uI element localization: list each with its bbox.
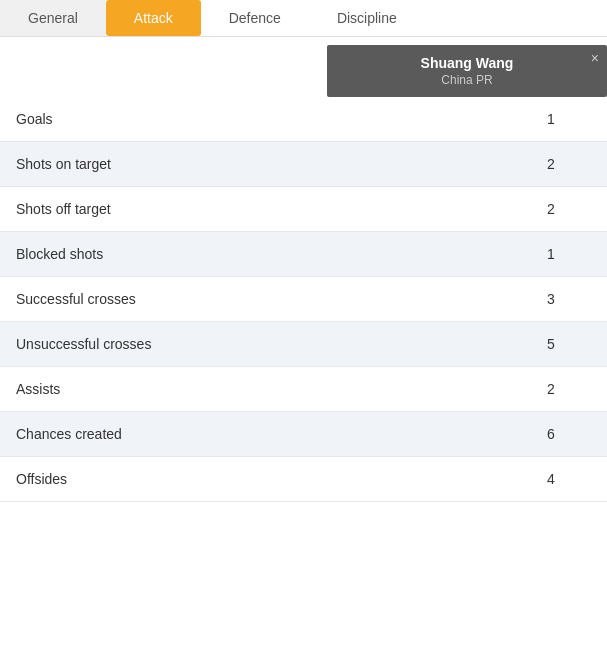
tab-attack[interactable]: Attack xyxy=(106,0,201,36)
stats-container: Goals1Shots on target2Shots off target2B… xyxy=(0,97,607,502)
tabs-bar: General Attack Defence Discipline xyxy=(0,0,607,37)
stat-value: 6 xyxy=(511,426,591,442)
table-row: Assists2 xyxy=(0,367,607,412)
table-row: Shots off target2 xyxy=(0,187,607,232)
stat-label: Goals xyxy=(16,111,53,127)
stat-value: 3 xyxy=(511,291,591,307)
stat-value: 2 xyxy=(511,156,591,172)
stat-label: Blocked shots xyxy=(16,246,103,262)
stat-label: Assists xyxy=(16,381,60,397)
table-row: Offsides4 xyxy=(0,457,607,502)
player-name: Shuang Wang xyxy=(347,55,587,71)
stat-label: Offsides xyxy=(16,471,67,487)
stat-value: 2 xyxy=(511,201,591,217)
stat-value: 1 xyxy=(511,111,591,127)
stat-label: Shots on target xyxy=(16,156,111,172)
table-row: Successful crosses3 xyxy=(0,277,607,322)
stat-value: 4 xyxy=(511,471,591,487)
player-card: × Shuang Wang China PR xyxy=(327,45,607,97)
player-country: China PR xyxy=(347,73,587,87)
table-row: Goals1 xyxy=(0,97,607,142)
tab-discipline[interactable]: Discipline xyxy=(309,0,425,36)
stat-label: Chances created xyxy=(16,426,122,442)
table-row: Chances created6 xyxy=(0,412,607,457)
stat-value: 1 xyxy=(511,246,591,262)
table-row: Blocked shots1 xyxy=(0,232,607,277)
stat-label: Shots off target xyxy=(16,201,111,217)
stat-value: 2 xyxy=(511,381,591,397)
table-row: Unsuccessful crosses5 xyxy=(0,322,607,367)
tab-general[interactable]: General xyxy=(0,0,106,36)
table-row: Shots on target2 xyxy=(0,142,607,187)
close-button[interactable]: × xyxy=(591,51,599,65)
player-card-wrapper: × Shuang Wang China PR xyxy=(0,37,607,97)
stat-label: Successful crosses xyxy=(16,291,136,307)
stat-label: Unsuccessful crosses xyxy=(16,336,151,352)
stat-value: 5 xyxy=(511,336,591,352)
tab-defence[interactable]: Defence xyxy=(201,0,309,36)
